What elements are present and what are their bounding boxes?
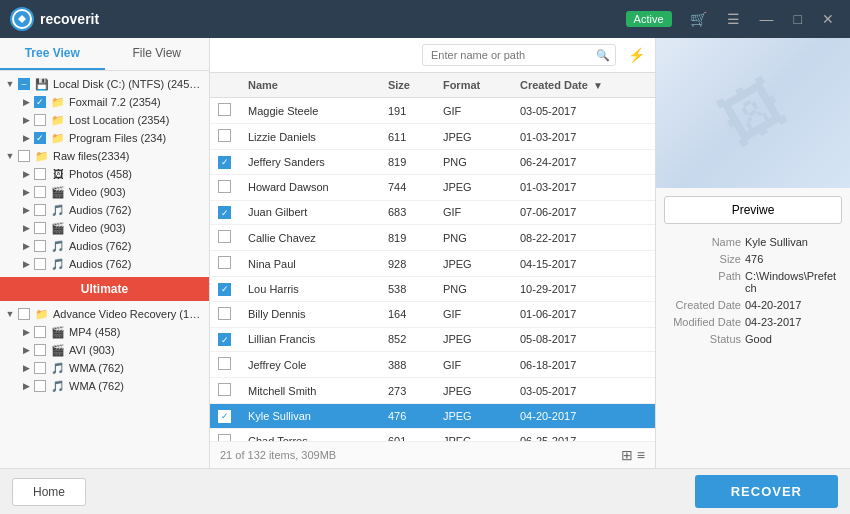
tree-item-audios3[interactable]: ▶ 🎵 Audios (762) <box>0 255 209 273</box>
row-checkbox[interactable]: ✓ <box>218 410 231 423</box>
meta-path-label: Path <box>666 270 741 282</box>
search-input[interactable] <box>422 44 616 66</box>
arrow-video1: ▶ <box>20 186 32 198</box>
checkbox-wma2[interactable] <box>34 380 46 392</box>
table-row[interactable]: Nina Paul 928 JPEG 04-15-2017 <box>210 251 655 277</box>
minimize-button[interactable]: — <box>754 10 780 28</box>
row-checkbox-cell[interactable] <box>210 225 240 251</box>
tree-item-lost-location[interactable]: ▶ 📁 Lost Location (2354) <box>0 111 209 129</box>
row-checkbox[interactable] <box>218 256 231 269</box>
row-checkbox-cell[interactable] <box>210 301 240 327</box>
preview-button[interactable]: Previwe <box>664 196 842 224</box>
table-row[interactable]: Chad Torres 601 JPEG 06-25-2017 <box>210 428 655 441</box>
tree-item-raw-files[interactable]: ▼ 📁 Raw files(2334) <box>0 147 209 165</box>
checkbox-audios3[interactable] <box>34 258 46 270</box>
tree-item-wma2[interactable]: ▶ 🎵 WMA (762) <box>0 377 209 395</box>
row-checkbox-cell[interactable] <box>210 98 240 124</box>
checkbox-audios1[interactable] <box>34 204 46 216</box>
table-row[interactable]: ✓ Jeffery Sanders 819 PNG 06-24-2017 <box>210 150 655 175</box>
table-row[interactable]: ✓ Juan Gilbert 683 GIF 07-06-2017 <box>210 200 655 225</box>
checkbox-audios2[interactable] <box>34 240 46 252</box>
checkbox-photos[interactable] <box>34 168 46 180</box>
maximize-button[interactable]: □ <box>788 10 808 28</box>
row-checkbox[interactable]: ✓ <box>218 206 231 219</box>
row-checkbox[interactable]: ✓ <box>218 156 231 169</box>
meta-path-row: Path C:\Windows\Prefetch <box>666 270 840 294</box>
row-checkbox-cell[interactable] <box>210 174 240 200</box>
filter-icon[interactable]: ⚡ <box>628 47 645 63</box>
close-button[interactable]: ✕ <box>816 10 840 28</box>
row-checkbox[interactable] <box>218 434 231 442</box>
row-checkbox[interactable] <box>218 230 231 243</box>
row-checkbox-cell[interactable]: ✓ <box>210 404 240 429</box>
advance-icon: 📁 <box>34 308 50 320</box>
table-row[interactable]: Callie Chavez 819 PNG 08-22-2017 <box>210 225 655 251</box>
meta-name-row: Name Kyle Sullivan <box>666 236 840 248</box>
tree-item-wma1[interactable]: ▶ 🎵 WMA (762) <box>0 359 209 377</box>
row-checkbox-cell[interactable]: ✓ <box>210 277 240 302</box>
checkbox-program-files[interactable]: ✓ <box>34 132 46 144</box>
checkbox-raw-files[interactable] <box>18 150 30 162</box>
tab-file-view[interactable]: File View <box>105 38 210 70</box>
row-checkbox[interactable]: ✓ <box>218 283 231 296</box>
row-checkbox[interactable] <box>218 180 231 193</box>
col-name[interactable]: Name <box>240 73 380 98</box>
list-view-icon[interactable]: ≡ <box>637 447 645 463</box>
checkbox-wma1[interactable] <box>34 362 46 374</box>
menu-button[interactable]: ☰ <box>721 10 746 28</box>
tree-item-video2[interactable]: ▶ 🎬 Video (903) <box>0 219 209 237</box>
ultimate-banner: Ultimate <box>0 277 209 301</box>
row-checkbox[interactable] <box>218 129 231 142</box>
row-format: PNG <box>435 150 512 175</box>
row-checkbox-cell[interactable]: ✓ <box>210 327 240 352</box>
row-name: Juan Gilbert <box>240 200 380 225</box>
home-button[interactable]: Home <box>12 478 86 506</box>
checkbox-mp4[interactable] <box>34 326 46 338</box>
tree-item-mp4[interactable]: ▶ 🎬 MP4 (458) <box>0 323 209 341</box>
row-checkbox-cell[interactable] <box>210 352 240 378</box>
table-row[interactable]: ✓ Lou Harris 538 PNG 10-29-2017 <box>210 277 655 302</box>
cart-button[interactable]: 🛒 <box>684 10 713 28</box>
tree-item-foxmail[interactable]: ▶ ✓ 📁 Foxmail 7.2 (2354) <box>0 93 209 111</box>
tab-tree-view[interactable]: Tree View <box>0 38 105 70</box>
table-row[interactable]: ✓ Kyle Sullivan 476 JPEG 04-20-2017 <box>210 404 655 429</box>
tree-item-program-files[interactable]: ▶ ✓ 📁 Program Files (234) <box>0 129 209 147</box>
tree-item-advance[interactable]: ▼ 📁 Advance Video Recovery (180) <box>0 305 209 323</box>
table-row[interactable]: Mitchell Smith 273 JPEG 03-05-2017 <box>210 378 655 404</box>
row-checkbox-cell[interactable]: ✓ <box>210 200 240 225</box>
row-checkbox-cell[interactable]: ✓ <box>210 150 240 175</box>
checkbox-lost-location[interactable] <box>34 114 46 126</box>
tree-item-audios1[interactable]: ▶ 🎵 Audios (762) <box>0 201 209 219</box>
checkbox-local-disk[interactable]: – <box>18 78 30 90</box>
checkbox-foxmail[interactable]: ✓ <box>34 96 46 108</box>
row-checkbox[interactable]: ✓ <box>218 333 231 346</box>
tree-item-photos[interactable]: ▶ 🖼 Photos (458) <box>0 165 209 183</box>
row-checkbox[interactable] <box>218 357 231 370</box>
row-checkbox-cell[interactable] <box>210 428 240 441</box>
tree-item-video1[interactable]: ▶ 🎬 Video (903) <box>0 183 209 201</box>
table-row[interactable]: Maggie Steele 191 GIF 03-05-2017 <box>210 98 655 124</box>
col-format[interactable]: Format <box>435 73 512 98</box>
table-row[interactable]: Howard Dawson 744 JPEG 01-03-2017 <box>210 174 655 200</box>
table-row[interactable]: Jeffrey Cole 388 GIF 06-18-2017 <box>210 352 655 378</box>
tree-item-audios2[interactable]: ▶ 🎵 Audios (762) <box>0 237 209 255</box>
table-row[interactable]: Lizzie Daniels 611 JPEG 01-03-2017 <box>210 124 655 150</box>
tree-item-avi[interactable]: ▶ 🎬 AVI (903) <box>0 341 209 359</box>
checkbox-video2[interactable] <box>34 222 46 234</box>
row-checkbox-cell[interactable] <box>210 378 240 404</box>
tree-item-local-disk[interactable]: ▼ – 💾 Local Disk (C:) (NTFS) (24567) <box>0 75 209 93</box>
table-row[interactable]: ✓ Lillian Francis 852 JPEG 05-08-2017 <box>210 327 655 352</box>
row-checkbox-cell[interactable] <box>210 124 240 150</box>
row-checkbox[interactable] <box>218 383 231 396</box>
checkbox-avi[interactable] <box>34 344 46 356</box>
checkbox-advance[interactable] <box>18 308 30 320</box>
col-created-date[interactable]: Created Date ▼ <box>512 73 655 98</box>
row-checkbox[interactable] <box>218 307 231 320</box>
col-size[interactable]: Size <box>380 73 435 98</box>
checkbox-video1[interactable] <box>34 186 46 198</box>
row-checkbox[interactable] <box>218 103 231 116</box>
grid-view-icon[interactable]: ⊞ <box>621 447 633 463</box>
recover-button[interactable]: RECOVER <box>695 475 838 508</box>
table-row[interactable]: Billy Dennis 164 GIF 01-06-2017 <box>210 301 655 327</box>
row-checkbox-cell[interactable] <box>210 251 240 277</box>
